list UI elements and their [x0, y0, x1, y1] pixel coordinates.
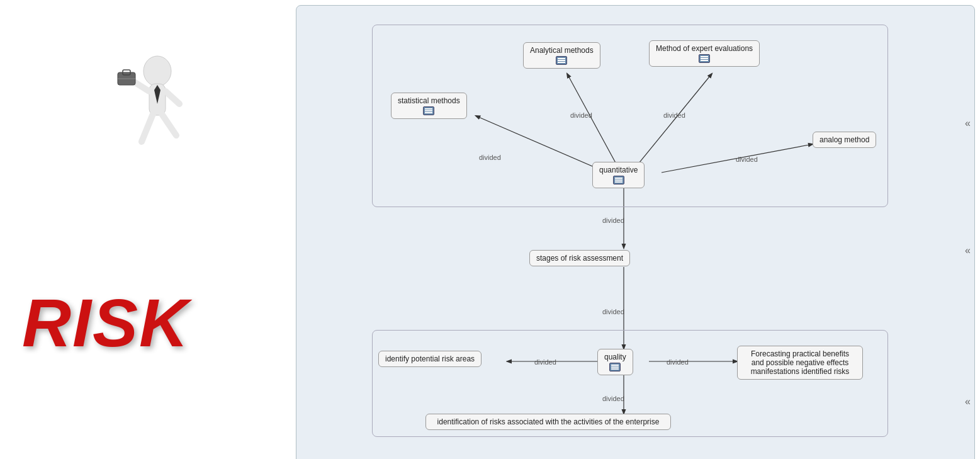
forecasting-label: Forecasting practical benefits and possi… [751, 349, 850, 376]
node-expert-evaluations[interactable]: Method of expert evaluations [649, 40, 760, 67]
edge-divided-2: divided [570, 111, 592, 119]
edge-divided-3: divided [663, 111, 685, 119]
node-identification[interactable]: identification of risks associated with … [425, 414, 671, 430]
node-forecasting[interactable]: Forecasting practical benefits and possi… [737, 346, 863, 380]
svg-line-5 [162, 114, 176, 135]
node-icon-statistical [423, 106, 434, 115]
node-statistical-methods[interactable]: statistical methods [391, 93, 467, 119]
left-panel: RISK [0, 0, 296, 459]
node-analog-method[interactable]: analog method [813, 132, 876, 148]
node-quality[interactable]: quality [597, 349, 633, 375]
edge-divided-6: divided [602, 308, 624, 315]
edge-divided-5: divided [602, 217, 624, 224]
svg-point-0 [144, 56, 171, 86]
risk-text: RISK [22, 283, 189, 362]
node-icon-quantitative [613, 176, 624, 184]
collapse-arrow-1[interactable]: « [965, 118, 971, 129]
node-identify-potential[interactable]: identify potential risk areas [378, 351, 482, 367]
node-icon-quality [609, 363, 621, 371]
node-icon-expert [699, 54, 710, 63]
stick-figure-svg [116, 54, 198, 179]
edge-divided-9: divided [602, 395, 624, 402]
node-quantitative[interactable]: quantitative [592, 162, 645, 188]
node-icon-analytical [556, 56, 567, 65]
edge-divided-7: divided [534, 358, 556, 366]
node-stages[interactable]: stages of risk assessment [529, 250, 630, 266]
collapse-arrow-3[interactable]: « [965, 396, 971, 407]
risk-figure: RISK [16, 47, 280, 412]
svg-line-3 [166, 91, 179, 104]
collapse-arrow-2[interactable]: « [965, 245, 971, 256]
svg-line-4 [142, 114, 153, 142]
diagram-panel: statistical methods Analytical methods M… [296, 5, 975, 459]
edge-divided-8: divided [667, 358, 689, 366]
edge-divided-4: divided [736, 156, 758, 163]
node-analytical-methods[interactable]: Analytical methods [523, 42, 600, 69]
edge-divided-1: divided [479, 154, 501, 161]
